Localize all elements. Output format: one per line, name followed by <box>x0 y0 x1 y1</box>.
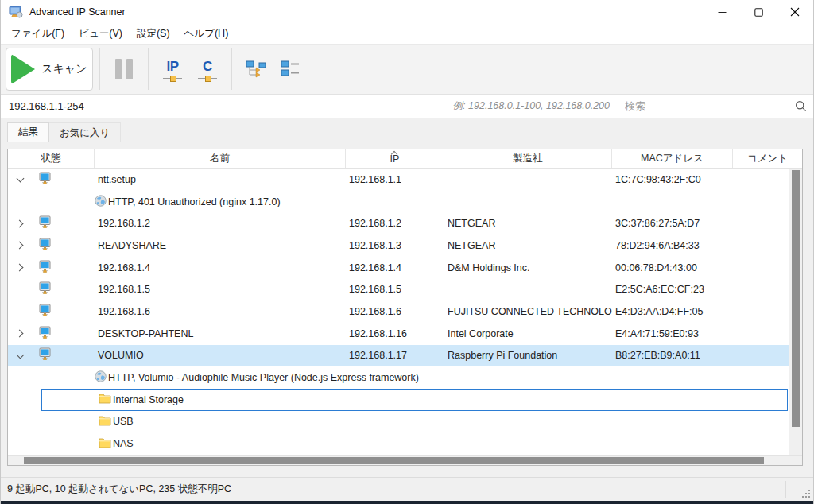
subnet-c-icon: C <box>198 60 217 79</box>
device-manufacturer: FUJITSU CONNECTED TECHNOLOGI... <box>444 300 612 323</box>
expander-chevron-icon[interactable] <box>8 352 32 359</box>
menu-view[interactable]: ビュー(V) <box>72 25 130 43</box>
ip-range-input[interactable]: 192.168.1.1-254 例: 192.168.0.1-100, 192.… <box>1 95 618 118</box>
table-row[interactable]: 192.168.1.2 192.168.1.2 NETGEAR 3C:37:86… <box>8 212 789 235</box>
shared-folder-row[interactable]: NAS <box>8 432 789 455</box>
status-bar: 9 起動PC, 10 起動されてないPC, 235 状態不明PC <box>1 477 813 501</box>
folder-icon <box>99 415 111 426</box>
scan-button[interactable]: スキャン <box>6 48 93 91</box>
computer-icon <box>38 347 52 361</box>
table-row[interactable]: 192.168.1.5 192.168.1.5 E2:5C:A6:EC:CF:2… <box>8 278 789 300</box>
service-label: HTTP, 401 Unauthorized (nginx 1.17.0) <box>108 196 281 207</box>
device-ip: 192.168.1.2 <box>346 212 444 235</box>
expander-chevron-icon[interactable] <box>8 242 32 248</box>
device-mac: B8:27:EB:B9:A0:11 <box>612 345 733 367</box>
status-cell <box>8 278 95 300</box>
table-row[interactable]: READYSHARE 192.168.1.3 NETGEAR 78:D2:94:… <box>8 235 789 257</box>
results-panel: 状態 名前 IP 製造社 MACアドレス コメント ntt.setup 192.… <box>1 142 813 477</box>
column-header-status[interactable]: 状態 <box>8 149 95 168</box>
menu-help[interactable]: ヘルプ(H) <box>177 25 236 43</box>
close-button[interactable] <box>777 0 813 24</box>
table-row[interactable]: ntt.setup 192.168.1.1 1C:7C:98:43:2F:C0 <box>8 169 789 191</box>
app-icon <box>9 6 23 18</box>
expander-chevron-icon[interactable] <box>8 176 32 183</box>
table-row[interactable]: DESKTOP-PAHTENL 192.168.1.16 Intel Corpo… <box>8 323 789 345</box>
service-row[interactable]: HTTP, Volumio - Audiophile Music Player … <box>8 366 789 389</box>
device-name: 192.168.1.4 <box>95 257 346 279</box>
ip-scan-icon: IP <box>163 60 182 79</box>
computer-icon <box>38 238 52 254</box>
device-mac: E4:A4:71:59:E0:93 <box>612 323 733 345</box>
computer-icon <box>38 172 52 185</box>
taskbar-edge <box>1 501 813 504</box>
tab-favorites[interactable]: お気に入り <box>49 122 121 142</box>
class-c-button[interactable]: C <box>190 48 225 90</box>
computer-icon <box>38 326 52 342</box>
device-mac: 00:06:78:D4:43:00 <box>612 257 733 279</box>
expander-chevron-icon[interactable] <box>8 331 32 336</box>
column-header-ip[interactable]: IP <box>346 149 444 168</box>
table-header: 状態 名前 IP 製造社 MACアドレス コメント <box>8 149 802 169</box>
computer-icon <box>38 260 52 273</box>
shared-folder-row[interactable]: Internal Storage <box>8 389 789 411</box>
maximize-button[interactable] <box>740 0 777 24</box>
menu-bar: ファイル(F) ビュー(V) 設定(S) ヘルプ(H) <box>1 24 813 44</box>
device-comment <box>733 345 789 367</box>
status-cell <box>8 432 95 455</box>
expand-all-button[interactable] <box>238 48 273 90</box>
menu-settings[interactable]: 設定(S) <box>130 25 177 43</box>
menu-file[interactable]: ファイル(F) <box>4 25 72 43</box>
folder-label: Internal Storage <box>113 394 184 405</box>
device-ip: 192.168.1.5 <box>346 278 444 300</box>
status-cell <box>8 235 95 257</box>
computer-icon <box>38 260 52 276</box>
column-header-comment[interactable]: コメント <box>733 149 802 168</box>
ip-details-button[interactable]: IP <box>155 48 190 90</box>
status-text: 9 起動PC, 10 起動されてないPC, 235 状態不明PC <box>7 483 231 496</box>
device-mac: E2:5C:A6:EC:CF:23 <box>612 278 733 300</box>
vertical-scrollbar-thumb[interactable] <box>792 170 800 427</box>
device-ip: 192.168.1.17 <box>346 345 444 367</box>
search-input[interactable] <box>625 100 790 112</box>
vertical-scrollbar[interactable] <box>789 169 802 455</box>
shared-folder-row[interactable]: USB <box>8 411 789 433</box>
service-row[interactable]: HTTP, 401 Unauthorized (nginx 1.17.0) <box>8 191 789 213</box>
column-header-manufacturer[interactable]: 製造社 <box>444 149 612 168</box>
expander-chevron-icon[interactable] <box>8 221 32 227</box>
device-name: 192.168.1.6 <box>95 300 346 323</box>
device-ip: 192.168.1.1 <box>346 169 444 191</box>
status-cell <box>8 345 95 367</box>
tab-results[interactable]: 結果 <box>7 122 49 142</box>
device-manufacturer: Intel Corporate <box>444 323 612 345</box>
window-title: Advanced IP Scanner <box>29 6 126 17</box>
table-row[interactable]: 192.168.1.4 192.168.1.4 D&M Holdings Inc… <box>8 257 789 279</box>
search-icon[interactable] <box>795 100 807 112</box>
device-ip: 192.168.1.3 <box>346 235 444 257</box>
device-mac: 3C:37:86:27:5A:D7 <box>612 212 733 235</box>
play-icon <box>11 54 35 84</box>
horizontal-scrollbar-thumb[interactable] <box>24 457 764 464</box>
column-header-mac[interactable]: MACアドレス <box>612 149 733 168</box>
status-cell <box>8 169 95 191</box>
collapse-all-button[interactable] <box>273 48 308 90</box>
column-header-name[interactable]: 名前 <box>95 149 346 168</box>
status-cell <box>8 191 95 213</box>
statusbar-separator <box>785 481 786 498</box>
device-comment <box>733 323 789 345</box>
table-row[interactable]: 192.168.1.6 192.168.1.6 FUJITSU CONNECTE… <box>8 300 789 323</box>
table-row[interactable]: VOLUMIO 192.168.1.17 Raspberry Pi Founda… <box>8 345 789 367</box>
minimize-button[interactable] <box>704 0 740 24</box>
title-bar[interactable]: Advanced IP Scanner <box>1 0 813 24</box>
toolbar-separator <box>148 48 149 90</box>
horizontal-scrollbar[interactable] <box>8 455 802 465</box>
pause-button[interactable] <box>107 48 141 90</box>
search-box <box>618 95 813 118</box>
expander-chevron-icon[interactable] <box>8 265 32 270</box>
scan-button-label: スキャン <box>41 62 87 76</box>
computer-icon <box>38 304 52 320</box>
computer-icon <box>38 347 52 363</box>
computer-icon <box>38 238 52 251</box>
device-name: VOLUMIO <box>95 345 346 367</box>
resize-grip-icon[interactable] <box>801 489 811 498</box>
service-label: HTTP, Volumio - Audiophile Music Player … <box>108 372 419 383</box>
